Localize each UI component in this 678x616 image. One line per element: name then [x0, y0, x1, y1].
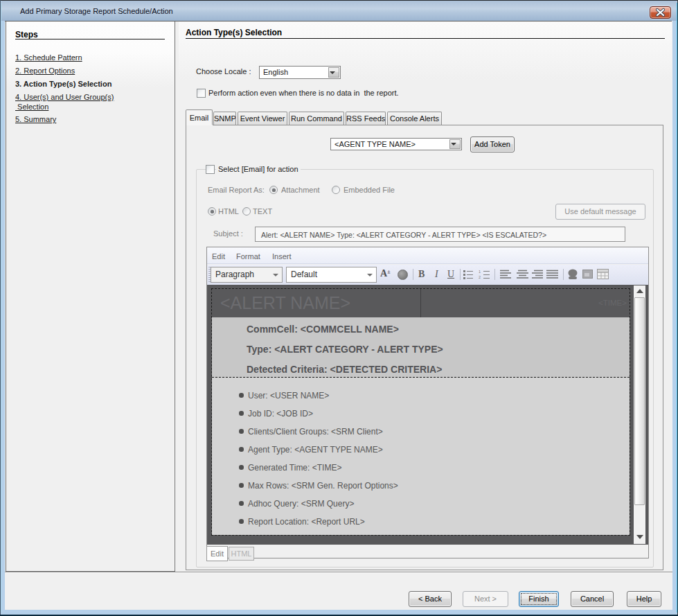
svg-text:1: 1: [479, 270, 481, 274]
svg-text:2: 2: [479, 275, 481, 279]
